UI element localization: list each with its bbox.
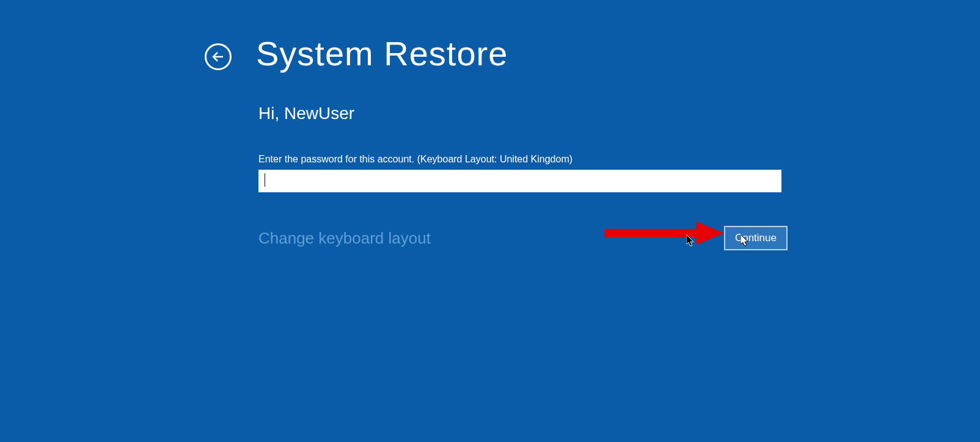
page-title: System Restore (256, 34, 508, 73)
continue-button[interactable]: Continue (724, 226, 788, 250)
password-label: Enter the password for this account. (Ke… (258, 154, 781, 165)
password-input[interactable] (258, 170, 781, 192)
back-arrow-icon (211, 49, 225, 64)
greeting-text: Hi, NewUser (258, 104, 781, 123)
back-button[interactable] (205, 43, 232, 70)
change-keyboard-link[interactable]: Change keyboard layout (258, 229, 431, 248)
text-cursor-icon (265, 173, 265, 187)
